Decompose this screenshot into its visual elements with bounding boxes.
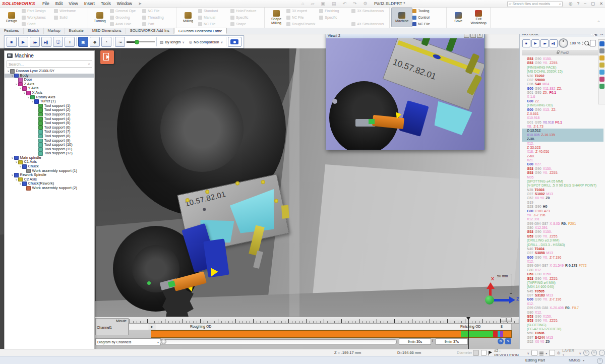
nc-code-line[interactable]: G99 G94 G87X-21.549R-0.178F772 xyxy=(527,264,605,268)
ribbon-item-tooling[interactable]: Tooling xyxy=(412,8,445,14)
nc-code-line[interactable]: G92S9000 xyxy=(527,78,605,82)
nc-code-line[interactable]: N50T0606 xyxy=(527,331,605,335)
tree-item-door[interactable]: Door xyxy=(5,78,94,82)
taskpane-tab-design-library[interactable] xyxy=(599,55,604,60)
print-icon[interactable]: ▤ xyxy=(332,0,336,7)
ribbon-button-save[interactable]: Save xyxy=(448,8,468,27)
nc-code-line[interactable]: (DRILL - D03.3 - HSS63) xyxy=(527,243,605,247)
pin-icon[interactable]: ➤ xyxy=(135,1,145,6)
grid-icon[interactable] xyxy=(539,351,544,355)
help-icon[interactable]: ? xyxy=(577,0,579,7)
tree-expand-icon[interactable]: ∨ xyxy=(15,82,18,87)
nc-code-line[interactable]: G97S3858M13 xyxy=(527,251,605,255)
nc-code-line[interactable]: X10.805Z-16.139 xyxy=(522,133,603,137)
tree-expand-icon[interactable]: ∨ xyxy=(19,181,22,186)
nc-code-line[interactable]: (EC-A2 03-12C03E38) xyxy=(527,327,605,331)
menu-view[interactable]: View xyxy=(66,1,81,6)
nc-code-line[interactable]: G53G90X150. xyxy=(527,272,605,276)
nc-code-line[interactable]: (TAPPING ⌀4 MM) xyxy=(527,281,605,285)
nc-code-line[interactable]: Y0.Z-7.196 xyxy=(527,213,605,217)
nc-code-line[interactable]: G01G95X6.918F0.1 xyxy=(527,120,605,125)
nc-code-line[interactable]: Z-30. xyxy=(522,137,603,141)
nc-code-line[interactable]: N35T0303 xyxy=(527,188,605,192)
nc-code-line[interactable]: G53G90Y0.Z255. xyxy=(527,171,605,175)
tab-go2cam-horizontal-lathe[interactable]: GO2cam Horizontal Lathe xyxy=(174,28,227,34)
config-select-arrow[interactable]: ∨ xyxy=(527,351,529,355)
nc-code-line[interactable]: G99 G95 G88X-20.405R0.F0.7 xyxy=(527,306,605,310)
ribbon-button-shape-milling[interactable]: Shape Milling xyxy=(266,8,286,27)
status-notify-icon[interactable]: ✉ xyxy=(591,350,597,356)
menu-window[interactable]: Window xyxy=(114,1,135,6)
nc-fast-forward-button[interactable]: ▶▶ xyxy=(540,39,549,47)
nc-code-line[interactable]: Z-60. xyxy=(527,154,605,158)
menu-edit[interactable]: Edit xyxy=(52,1,66,6)
layer-checkbox[interactable] xyxy=(549,350,555,356)
tab-sketch[interactable]: Sketch xyxy=(24,28,44,34)
operation-segment-finishing[interactable] xyxy=(461,331,493,337)
ribbon-button-machine[interactable]: Machine xyxy=(391,8,412,27)
tab-evaluate[interactable]: Evaluate xyxy=(65,28,88,34)
nc-play-button[interactable]: ▶ xyxy=(531,39,539,47)
nc-code-listing[interactable]: G53G90X150.G53G90Y0.Z255.(FINISHING FACE… xyxy=(520,56,605,345)
nc-code-line[interactable]: X12.391 xyxy=(527,217,605,221)
collision-check-button[interactable]: ◆ xyxy=(90,37,100,47)
tree-expand-icon[interactable]: ∨ xyxy=(15,160,18,164)
nc-code-line[interactable]: G52X0 Y0Z0 xyxy=(527,340,605,344)
nc-code-line[interactable]: G97S1002M13 xyxy=(527,192,605,196)
nc-stop-button[interactable]: ■ xyxy=(522,39,530,47)
timeline-scroll-handle[interactable] xyxy=(161,339,166,344)
nc-code-line[interactable]: G53G90Y0.Z255. xyxy=(527,277,605,281)
nc-code-line[interactable]: G00G90Y0.Z-7.196 xyxy=(527,297,605,301)
tab-mbd-dimensions[interactable]: MBD Dimensions xyxy=(88,28,126,34)
search-go-icon[interactable]: ⌕ xyxy=(559,2,561,6)
sim-play-button[interactable]: ▶ xyxy=(18,37,28,47)
ribbon-button-milling[interactable]: Milling xyxy=(178,8,198,27)
timeline-playhead[interactable] xyxy=(468,317,469,349)
length-mode-dropdown[interactable]: ▤ By length ∨ xyxy=(158,37,186,46)
nc-code-line[interactable]: (FINISHING FACE) xyxy=(527,66,605,70)
go2cam-sim-badge[interactable] xyxy=(100,50,114,64)
status-world-icon[interactable]: ◔ xyxy=(599,350,605,356)
speed-slider-handle[interactable] xyxy=(135,40,139,44)
nc-code-line[interactable]: G97S3183M13 xyxy=(527,293,605,297)
machine-display-toggle[interactable]: ▣ xyxy=(78,37,88,47)
snapshot-button[interactable] xyxy=(228,37,241,47)
taskpane-tab-home[interactable] xyxy=(599,48,604,53)
nc-code-line[interactable]: (M04-14 600 040) xyxy=(527,285,605,289)
grid-arrow[interactable]: ▾ xyxy=(546,351,547,355)
user-icon[interactable]: ◎ xyxy=(569,0,572,7)
speed-slider[interactable] xyxy=(127,37,155,46)
nc-code-line[interactable]: N45T0505 xyxy=(527,289,605,293)
nc-search-icon[interactable] xyxy=(584,41,589,45)
tree-item-doosan-lynx-2100lsy[interactable]: ∨Doosan Lynx 2100LSY xyxy=(5,69,94,74)
selection-filter-icon[interactable] xyxy=(473,350,479,356)
tab-markup[interactable]: Markup xyxy=(44,28,65,34)
comparison-dropdown[interactable]: ◎ No comparison ∨ xyxy=(188,37,224,46)
tree-item-y-axis[interactable]: ∨Y Axis xyxy=(5,86,94,91)
tree-expand-icon[interactable]: ∨ xyxy=(11,156,14,160)
nc-code-line[interactable]: N30T0202 xyxy=(527,74,605,78)
nc-code-line[interactable]: X10.918 xyxy=(527,116,605,120)
taskpane-tab-view-palette[interactable] xyxy=(599,70,604,75)
config-checkbox[interactable] xyxy=(481,350,487,356)
timeline-start-marker[interactable]: ▶ xyxy=(149,324,155,330)
tree-expand-icon[interactable]: ∨ xyxy=(11,74,14,78)
nc-code-line[interactable]: G19 xyxy=(527,201,605,205)
layer-select-arrow[interactable]: ∨ xyxy=(579,351,581,355)
nc-code-line[interactable]: G00C181.473 xyxy=(527,209,605,213)
nc-code-line[interactable]: G00G90Y0.Z-7.196 xyxy=(527,256,605,260)
tree-expand-icon[interactable]: ∨ xyxy=(15,177,18,182)
operation-segment-op-end[interactable] xyxy=(503,331,511,337)
nc-code-line[interactable]: X18.Z-40.056 xyxy=(527,150,605,154)
timeline-edit-button[interactable]: ✎ xyxy=(505,338,511,344)
tree-item-tool-support-12-[interactable]: Tool support (12) xyxy=(5,151,94,156)
nc-code-line[interactable]: G00G90X11.882Z2. xyxy=(527,87,605,91)
nc-code-line[interactable]: G28G90H0 xyxy=(527,205,605,209)
nc-code-line[interactable]: Z-0.661 xyxy=(527,112,605,116)
nc-code-line[interactable]: G53G90Y0.Z255. xyxy=(527,319,605,323)
nc-code-line[interactable]: G52X0 Y0Z0 xyxy=(527,196,605,200)
ribbon-button-design[interactable]: Design xyxy=(2,8,22,27)
operation-segment-op-red[interactable] xyxy=(493,331,498,337)
nc-code-line[interactable]: G53G90X150. xyxy=(527,167,605,171)
timeline-close-button[interactable] xyxy=(506,318,512,322)
